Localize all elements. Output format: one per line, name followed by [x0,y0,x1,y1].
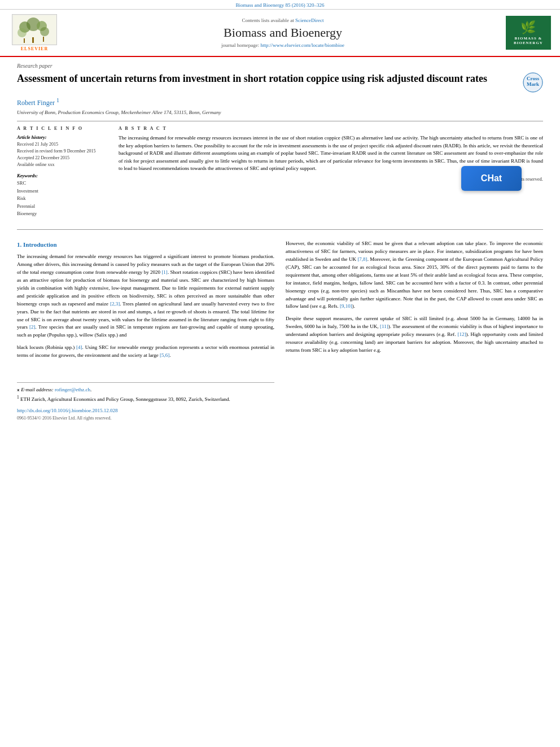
journal-homepage-link[interactable]: http://www.elsevier.com/locate/biombioe [261,42,344,48]
footnote-email: ⁎ E-mail address: rofinger@ethz.ch. [17,386,274,394]
body-column-left: 1. Introduction The increasing demand fo… [17,240,274,422]
keyword-perennial: Perennial [17,203,107,211]
divider-1 [17,121,543,121]
article-info-column: A R T I C L E I N F O Article history: R… [17,126,107,222]
author-affiliation: University of Bonn, Production Economics… [17,110,543,115]
svg-text:Mark: Mark [527,81,539,87]
introduction-heading: 1. Introduction [17,240,274,250]
journal-tree-image [12,14,57,45]
elsevier-logo: ELSEVIER [9,14,60,51]
article-info-label: A R T I C L E I N F O [17,126,107,131]
doi-link[interactable]: http://dx.doi.org/10.1016/j.biombioe.201… [17,408,118,413]
journal-title: Biomass and Bioenergy [65,25,500,40]
body-section: 1. Introduction The increasing demand fo… [0,240,560,428]
received-date: Received 21 July 2015 [17,141,107,148]
svg-text:Cross: Cross [527,76,539,81]
ref-11[interactable]: [11] [380,324,388,329]
email-link[interactable]: rofinger@ethz.ch [55,387,90,392]
article-history: Article history: Received 21 July 2015 R… [17,134,107,168]
author-name: Robert Finger 1 [17,97,543,107]
journal-banner: ELSEVIER Contents lists available at Sci… [0,10,560,57]
ref-1[interactable]: [1] [161,269,168,275]
received-revised-date: Received in revised form 9 December 2015 [17,148,107,155]
contents-available-line: Contents lists available at ScienceDirec… [65,18,500,23]
journal-brand-box: 🌿 BIOMASS & BIOENERGY [506,16,551,50]
intro-para-2: black locusts (Robinia spp.) [4]. Using … [17,344,274,360]
bottom-doi: http://dx.doi.org/10.1016/j.biombioe.201… [17,407,274,415]
intro-para-1: The increasing demand for renewable ener… [17,253,274,339]
accepted-date: Accepted 22 December 2015 [17,155,107,161]
footnote-eth: 1 ETH Zurich, Agricultural Economics and… [17,395,274,403]
svg-rect-7 [24,38,25,43]
journal-center: Contents lists available at ScienceDirec… [65,18,500,48]
article-title: Assessment of uncertain returns from inv… [17,72,514,85]
svg-point-5 [40,27,49,36]
keyword-investment: Investment [17,187,107,195]
crossmark-logo: Cross Mark [523,72,543,93]
keyword-risk: Risk [17,195,107,203]
article-type: Research paper [17,63,543,69]
journal-homepage: journal homepage: http://www.elsevier.co… [65,42,500,48]
svg-rect-6 [32,37,34,43]
body-two-column: 1. Introduction The increasing demand fo… [17,240,543,422]
divider-2 [17,229,543,230]
article-title-row: Assessment of uncertain returns from inv… [17,72,543,93]
elsevier-wordmark: ELSEVIER [21,46,48,51]
available-online: Available online xxx [17,161,107,168]
abstract-label: A B S T R A C T [119,126,543,131]
footnotes-area: ⁎ E-mail address: rofinger@ethz.ch. 1 ET… [17,382,274,403]
ref-2-3[interactable]: [2,3] [110,301,120,307]
keyword-src: SRC [17,180,107,187]
article-header: Research paper Assessment of uncertain r… [0,57,560,240]
body-column-right: However, the economic viability of SRC m… [286,240,543,422]
keywords-section: Keywords: SRC Investment Risk Perennial … [17,173,107,218]
journal-citation: Biomass and Bioenergy 85 (2016) 320–326 [0,0,560,10]
ref-2b[interactable]: [2] [29,324,36,330]
biomass-bioenergy-logo: 🌿 BIOMASS & BIOENERGY [500,16,551,50]
ref-12[interactable]: [12] [457,331,466,337]
svg-point-4 [18,28,27,37]
right-para-1: However, the economic viability of SRC m… [286,240,543,311]
ref-9-10[interactable]: [9,10] [340,303,352,309]
svg-rect-8 [43,37,44,42]
right-para-2: Despite these support measures, the curr… [286,315,543,355]
ref-4[interactable]: [4] [76,344,82,350]
issn-copyright: 0961-9534/© 2016 Elsevier Ltd. All right… [17,415,274,422]
ref-7-8[interactable]: [7,8] [357,256,367,262]
keyword-bioenergy: Bioenergy [17,210,107,218]
sciencedirect-link[interactable]: ScienceDirect [295,18,323,23]
ref-5-6[interactable]: [5,6] [160,352,169,358]
chat-button[interactable]: CHat [461,166,522,191]
